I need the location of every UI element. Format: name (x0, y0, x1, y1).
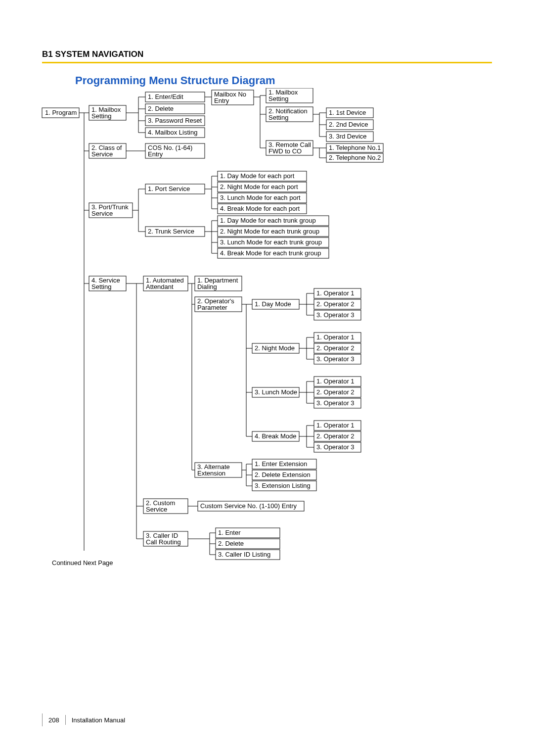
continued-note: Continued Next Page (52, 559, 113, 567)
node-tm3: 3. Lunch Mode for each trunk group (220, 238, 322, 246)
footer-manual: Installation Manual (72, 716, 125, 724)
node-remote-b: FWD to CO (268, 147, 302, 155)
node-extlist: 3. Extension Listing (255, 482, 311, 489)
node-mailbox-setting-1b: Setting (91, 112, 111, 120)
node-delete: 2. Delete (148, 105, 174, 112)
node-n-op2: 2. Operator 2 (316, 344, 355, 352)
node-tel1: 1. Telephone No.1 (329, 144, 381, 151)
node-program: 1. Program (45, 109, 77, 116)
node-cosno-b: Entry (148, 150, 163, 158)
node-custom-b: Service (146, 506, 167, 513)
node-cidlist: 3. Caller ID Listing (218, 551, 270, 558)
node-pwreset: 3. Password Reset (148, 117, 202, 124)
node-opparam-b: Parameter (197, 304, 227, 311)
node-mbset2-b: Setting (268, 95, 288, 102)
node-b-op3: 3. Operator 3 (316, 443, 355, 451)
node-pm1: 1. Day Mode for each port (220, 172, 295, 180)
node-ciddel: 2. Delete (218, 540, 244, 547)
section-header: B1 SYSTEM NAVIGATION (42, 49, 143, 59)
node-dev2: 2. 2nd Device (329, 121, 368, 128)
node-portsvc: 1. Port Service (148, 185, 190, 192)
node-l-op3: 3. Operator 3 (316, 399, 355, 407)
node-notif-b: Setting (268, 114, 288, 121)
node-breakmode: 4. Break Mode (255, 432, 297, 440)
node-pm3: 3. Lunch Mode for each port (220, 194, 301, 201)
node-daymode: 1. Day Mode (255, 300, 291, 308)
node-n-op3: 3. Operator 3 (316, 355, 355, 363)
node-dev1: 1. 1st Device (329, 109, 366, 116)
node-cid-b: Call Routing (146, 538, 181, 546)
node-mbno-b: Entry (214, 97, 229, 104)
menu-structure-diagram: 1. Program 1. Mailbox Setting 2. Class o… (40, 88, 494, 563)
node-tel2: 2. Telephone No.2 (329, 154, 381, 161)
page-number: 208 (43, 716, 65, 724)
node-tm4: 4. Break Mode for each trunk group (220, 249, 321, 257)
node-porttrunk-b: Service (91, 210, 113, 217)
node-pm2: 2. Night Mode for each port (220, 183, 298, 190)
node-pm4: 4. Break Mode for each port (220, 205, 300, 212)
node-l-op2: 2. Operator 2 (316, 388, 355, 396)
node-cos-b: Service (91, 150, 113, 158)
node-d-op1: 1. Operator 1 (316, 289, 355, 297)
node-l-op1: 1. Operator 1 (316, 378, 355, 385)
node-enteredit: 1. Enter/Edit (148, 93, 183, 100)
page-footer: 208 Installation Manual (42, 713, 125, 726)
node-lunchmode: 3. Lunch Mode (255, 388, 297, 396)
node-b-op1: 1. Operator 1 (316, 422, 355, 429)
node-enterext: 1. Enter Extension (255, 460, 307, 468)
header-rule (42, 62, 492, 63)
node-dept-b: Dialing (197, 283, 217, 290)
node-delext: 2. Delete Extension (255, 471, 311, 478)
node-b-op2: 2. Operator 2 (316, 432, 355, 440)
node-customno: Custom Service No. (1-100) Entry (200, 502, 297, 510)
node-cident: 1. Enter (218, 529, 241, 536)
node-d-op2: 2. Operator 2 (316, 300, 355, 308)
node-svcset-b: Setting (91, 283, 111, 290)
node-altext-b: Extension (197, 470, 225, 477)
node-tm1: 1. Day Mode for each trunk group (220, 217, 316, 224)
node-tm2: 2. Night Mode for each trunk group (220, 228, 319, 235)
page-title: Programming Menu Structure Diagram (75, 74, 275, 87)
node-n-op1: 1. Operator 1 (316, 333, 355, 341)
node-auto-b: Attendant (146, 283, 174, 290)
node-nightmode: 2. Night Mode (255, 344, 295, 352)
node-dev3: 3. 3rd Device (329, 133, 367, 140)
node-trunksvc: 2. Trunk Service (148, 228, 194, 235)
node-mblist: 4. Mailbox Listing (148, 129, 197, 136)
node-d-op3: 3. Operator 3 (316, 311, 355, 319)
